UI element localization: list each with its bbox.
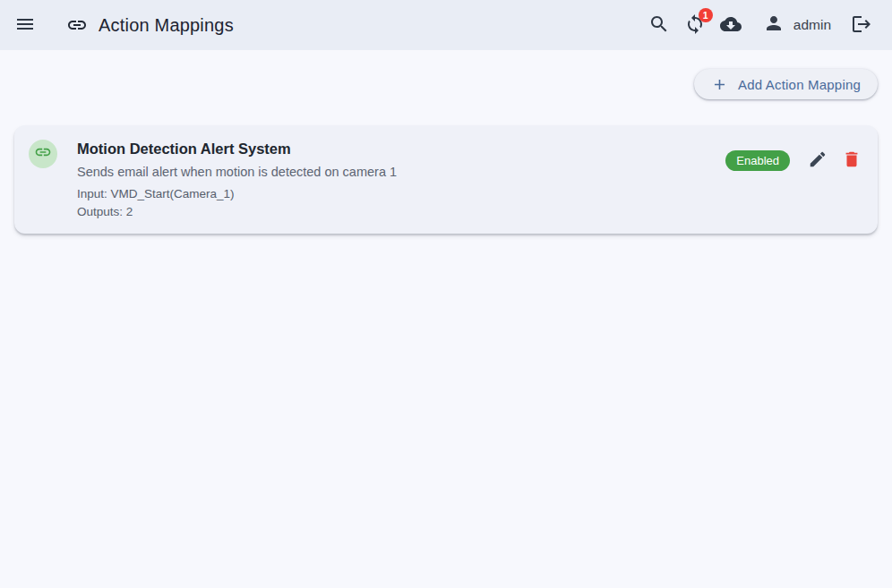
mapping-input: Input: VMD_Start(Camera_1) xyxy=(77,185,725,203)
person-icon xyxy=(763,13,785,38)
page-title: Action Mappings xyxy=(99,15,234,36)
app-bar: Action Mappings 1 admin xyxy=(0,0,892,50)
pencil-icon xyxy=(808,149,828,172)
avatar xyxy=(29,140,57,168)
user-menu[interactable]: admin xyxy=(763,13,831,38)
trash-icon xyxy=(842,149,862,172)
link-icon xyxy=(66,14,88,36)
title-group: Action Mappings xyxy=(66,14,234,36)
menu-button[interactable] xyxy=(7,7,43,43)
plus-icon xyxy=(711,76,728,93)
notification-badge: 1 xyxy=(699,8,713,22)
card-actions: Enabled xyxy=(725,143,869,177)
delete-button[interactable] xyxy=(835,143,869,177)
toolbar: Add Action Mapping xyxy=(14,69,878,99)
logout-icon xyxy=(851,13,872,38)
mapping-title: Motion Detection Alert System xyxy=(77,139,725,158)
card-body: Motion Detection Alert System Sends emai… xyxy=(77,137,725,221)
cloud-download-icon xyxy=(720,13,742,38)
cloud-download-button[interactable] xyxy=(713,7,749,43)
link-icon xyxy=(34,143,52,165)
mapping-outputs: Outputs: 2 xyxy=(77,203,725,221)
action-mapping-card: Motion Detection Alert System Sends emai… xyxy=(14,125,878,234)
add-action-mapping-button[interactable]: Add Action Mapping xyxy=(694,69,878,99)
mapping-description: Sends email alert when motion is detecte… xyxy=(77,163,725,181)
main-content: Add Action Mapping Motion Detection Aler… xyxy=(0,50,892,234)
add-button-label: Add Action Mapping xyxy=(738,77,861,92)
sync-button[interactable]: 1 xyxy=(677,7,713,43)
search-button[interactable] xyxy=(641,7,677,43)
hamburger-icon xyxy=(14,13,36,38)
username: admin xyxy=(793,17,831,33)
edit-button[interactable] xyxy=(801,143,835,177)
logout-button[interactable] xyxy=(844,7,879,43)
status-badge[interactable]: Enabled xyxy=(725,150,790,171)
search-icon xyxy=(648,13,670,38)
